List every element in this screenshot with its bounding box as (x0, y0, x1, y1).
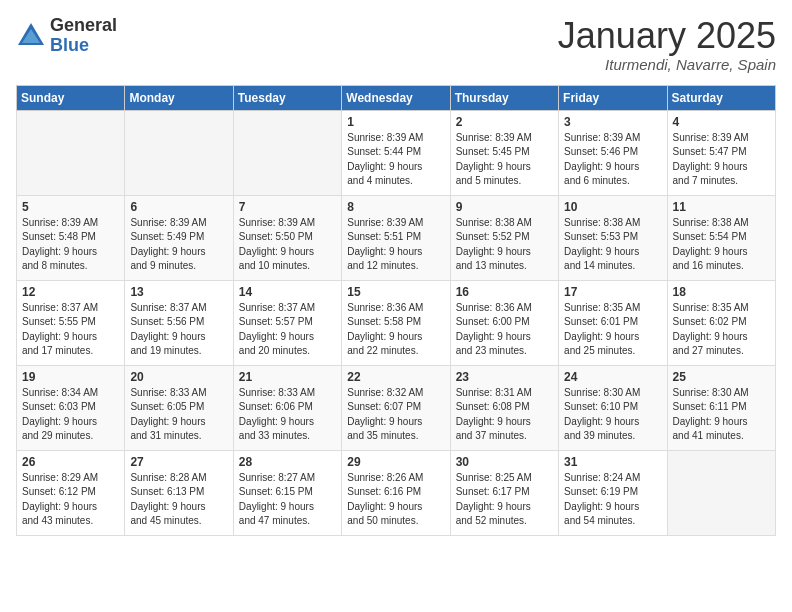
day-number: 21 (239, 370, 336, 384)
logo-text: General Blue (50, 16, 117, 56)
calendar-day-cell: 7Sunrise: 8:39 AM Sunset: 5:50 PM Daylig… (233, 195, 341, 280)
calendar-day-cell: 9Sunrise: 8:38 AM Sunset: 5:52 PM Daylig… (450, 195, 558, 280)
weekday-header-wednesday: Wednesday (342, 85, 450, 110)
day-number: 18 (673, 285, 770, 299)
day-info: Sunrise: 8:37 AM Sunset: 5:55 PM Dayligh… (22, 301, 119, 359)
calendar-day-cell: 16Sunrise: 8:36 AM Sunset: 6:00 PM Dayli… (450, 280, 558, 365)
calendar-day-cell: 31Sunrise: 8:24 AM Sunset: 6:19 PM Dayli… (559, 450, 667, 535)
day-info: Sunrise: 8:31 AM Sunset: 6:08 PM Dayligh… (456, 386, 553, 444)
calendar-day-cell: 17Sunrise: 8:35 AM Sunset: 6:01 PM Dayli… (559, 280, 667, 365)
day-info: Sunrise: 8:25 AM Sunset: 6:17 PM Dayligh… (456, 471, 553, 529)
day-info: Sunrise: 8:37 AM Sunset: 5:56 PM Dayligh… (130, 301, 227, 359)
weekday-header-monday: Monday (125, 85, 233, 110)
day-info: Sunrise: 8:38 AM Sunset: 5:52 PM Dayligh… (456, 216, 553, 274)
day-info: Sunrise: 8:30 AM Sunset: 6:11 PM Dayligh… (673, 386, 770, 444)
day-number: 19 (22, 370, 119, 384)
calendar-day-cell (125, 110, 233, 195)
calendar-day-cell: 20Sunrise: 8:33 AM Sunset: 6:05 PM Dayli… (125, 365, 233, 450)
day-info: Sunrise: 8:39 AM Sunset: 5:47 PM Dayligh… (673, 131, 770, 189)
day-info: Sunrise: 8:33 AM Sunset: 6:05 PM Dayligh… (130, 386, 227, 444)
day-number: 10 (564, 200, 661, 214)
logo-blue: Blue (50, 36, 117, 56)
day-info: Sunrise: 8:39 AM Sunset: 5:49 PM Dayligh… (130, 216, 227, 274)
day-number: 3 (564, 115, 661, 129)
weekday-header-thursday: Thursday (450, 85, 558, 110)
day-info: Sunrise: 8:29 AM Sunset: 6:12 PM Dayligh… (22, 471, 119, 529)
calendar-day-cell: 19Sunrise: 8:34 AM Sunset: 6:03 PM Dayli… (17, 365, 125, 450)
calendar-day-cell: 8Sunrise: 8:39 AM Sunset: 5:51 PM Daylig… (342, 195, 450, 280)
calendar-day-cell: 23Sunrise: 8:31 AM Sunset: 6:08 PM Dayli… (450, 365, 558, 450)
calendar-day-cell: 29Sunrise: 8:26 AM Sunset: 6:16 PM Dayli… (342, 450, 450, 535)
weekday-header-row: SundayMondayTuesdayWednesdayThursdayFrid… (17, 85, 776, 110)
day-number: 20 (130, 370, 227, 384)
title-block: January 2025 Iturmendi, Navarre, Spain (558, 16, 776, 73)
weekday-header-friday: Friday (559, 85, 667, 110)
day-number: 11 (673, 200, 770, 214)
calendar-day-cell (667, 450, 775, 535)
calendar-week-row: 1Sunrise: 8:39 AM Sunset: 5:44 PM Daylig… (17, 110, 776, 195)
logo: General Blue (16, 16, 117, 56)
calendar-day-cell: 2Sunrise: 8:39 AM Sunset: 5:45 PM Daylig… (450, 110, 558, 195)
calendar-day-cell: 6Sunrise: 8:39 AM Sunset: 5:49 PM Daylig… (125, 195, 233, 280)
day-info: Sunrise: 8:34 AM Sunset: 6:03 PM Dayligh… (22, 386, 119, 444)
day-number: 15 (347, 285, 444, 299)
day-info: Sunrise: 8:33 AM Sunset: 6:06 PM Dayligh… (239, 386, 336, 444)
day-number: 9 (456, 200, 553, 214)
day-number: 23 (456, 370, 553, 384)
day-number: 16 (456, 285, 553, 299)
logo-general: General (50, 16, 117, 36)
calendar-day-cell: 1Sunrise: 8:39 AM Sunset: 5:44 PM Daylig… (342, 110, 450, 195)
day-number: 7 (239, 200, 336, 214)
day-number: 29 (347, 455, 444, 469)
calendar-day-cell: 30Sunrise: 8:25 AM Sunset: 6:17 PM Dayli… (450, 450, 558, 535)
weekday-header-tuesday: Tuesday (233, 85, 341, 110)
calendar-day-cell (233, 110, 341, 195)
day-info: Sunrise: 8:27 AM Sunset: 6:15 PM Dayligh… (239, 471, 336, 529)
calendar-table: SundayMondayTuesdayWednesdayThursdayFrid… (16, 85, 776, 536)
day-number: 5 (22, 200, 119, 214)
day-number: 4 (673, 115, 770, 129)
calendar-week-row: 19Sunrise: 8:34 AM Sunset: 6:03 PM Dayli… (17, 365, 776, 450)
day-info: Sunrise: 8:28 AM Sunset: 6:13 PM Dayligh… (130, 471, 227, 529)
weekday-header-saturday: Saturday (667, 85, 775, 110)
calendar-day-cell: 21Sunrise: 8:33 AM Sunset: 6:06 PM Dayli… (233, 365, 341, 450)
weekday-header-sunday: Sunday (17, 85, 125, 110)
day-info: Sunrise: 8:39 AM Sunset: 5:50 PM Dayligh… (239, 216, 336, 274)
day-number: 25 (673, 370, 770, 384)
calendar-day-cell: 24Sunrise: 8:30 AM Sunset: 6:10 PM Dayli… (559, 365, 667, 450)
day-info: Sunrise: 8:32 AM Sunset: 6:07 PM Dayligh… (347, 386, 444, 444)
day-info: Sunrise: 8:35 AM Sunset: 6:02 PM Dayligh… (673, 301, 770, 359)
calendar-day-cell: 27Sunrise: 8:28 AM Sunset: 6:13 PM Dayli… (125, 450, 233, 535)
day-info: Sunrise: 8:36 AM Sunset: 5:58 PM Dayligh… (347, 301, 444, 359)
calendar-day-cell: 22Sunrise: 8:32 AM Sunset: 6:07 PM Dayli… (342, 365, 450, 450)
day-info: Sunrise: 8:37 AM Sunset: 5:57 PM Dayligh… (239, 301, 336, 359)
day-number: 12 (22, 285, 119, 299)
day-info: Sunrise: 8:39 AM Sunset: 5:45 PM Dayligh… (456, 131, 553, 189)
calendar-day-cell: 14Sunrise: 8:37 AM Sunset: 5:57 PM Dayli… (233, 280, 341, 365)
day-number: 31 (564, 455, 661, 469)
day-info: Sunrise: 8:30 AM Sunset: 6:10 PM Dayligh… (564, 386, 661, 444)
calendar-day-cell: 4Sunrise: 8:39 AM Sunset: 5:47 PM Daylig… (667, 110, 775, 195)
calendar-day-cell: 11Sunrise: 8:38 AM Sunset: 5:54 PM Dayli… (667, 195, 775, 280)
day-number: 6 (130, 200, 227, 214)
day-info: Sunrise: 8:38 AM Sunset: 5:53 PM Dayligh… (564, 216, 661, 274)
logo-icon (16, 21, 46, 51)
calendar-week-row: 26Sunrise: 8:29 AM Sunset: 6:12 PM Dayli… (17, 450, 776, 535)
calendar-day-cell: 3Sunrise: 8:39 AM Sunset: 5:46 PM Daylig… (559, 110, 667, 195)
calendar-day-cell: 12Sunrise: 8:37 AM Sunset: 5:55 PM Dayli… (17, 280, 125, 365)
day-number: 14 (239, 285, 336, 299)
day-number: 22 (347, 370, 444, 384)
day-info: Sunrise: 8:39 AM Sunset: 5:51 PM Dayligh… (347, 216, 444, 274)
day-info: Sunrise: 8:39 AM Sunset: 5:48 PM Dayligh… (22, 216, 119, 274)
calendar-day-cell: 26Sunrise: 8:29 AM Sunset: 6:12 PM Dayli… (17, 450, 125, 535)
day-info: Sunrise: 8:39 AM Sunset: 5:44 PM Dayligh… (347, 131, 444, 189)
day-number: 28 (239, 455, 336, 469)
calendar-day-cell: 25Sunrise: 8:30 AM Sunset: 6:11 PM Dayli… (667, 365, 775, 450)
day-info: Sunrise: 8:26 AM Sunset: 6:16 PM Dayligh… (347, 471, 444, 529)
day-info: Sunrise: 8:35 AM Sunset: 6:01 PM Dayligh… (564, 301, 661, 359)
day-number: 26 (22, 455, 119, 469)
day-number: 8 (347, 200, 444, 214)
calendar-week-row: 5Sunrise: 8:39 AM Sunset: 5:48 PM Daylig… (17, 195, 776, 280)
day-info: Sunrise: 8:38 AM Sunset: 5:54 PM Dayligh… (673, 216, 770, 274)
day-number: 27 (130, 455, 227, 469)
